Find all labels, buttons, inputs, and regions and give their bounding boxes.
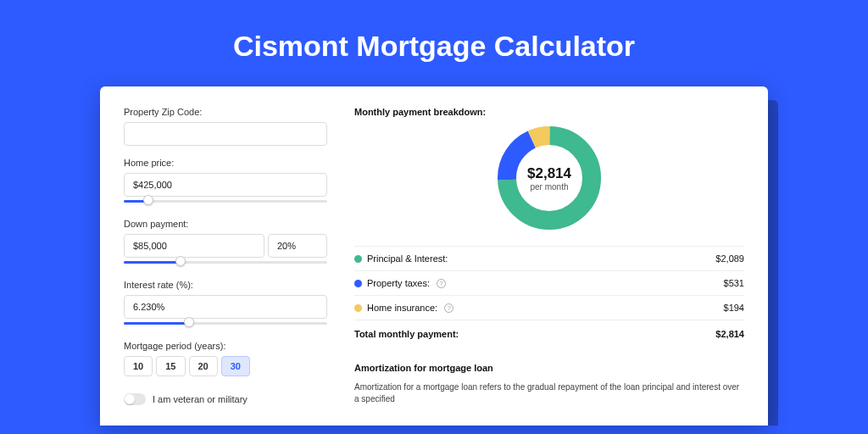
breakdown-value: $531 — [724, 278, 744, 288]
period-label: Mortgage period (years): — [124, 341, 327, 351]
period-option-30[interactable]: 30 — [221, 356, 250, 376]
legend-dot — [354, 304, 362, 312]
donut-amount: $2,814 — [527, 165, 571, 182]
slider-fill — [124, 322, 189, 325]
period-option-15[interactable]: 15 — [156, 356, 185, 376]
breakdown-row: Property taxes:?$531 — [354, 270, 744, 295]
breakdown-label: Home insurance: — [367, 303, 437, 313]
slider-track — [124, 200, 327, 203]
help-icon[interactable]: ? — [444, 303, 453, 313]
help-icon[interactable]: ? — [437, 279, 446, 288]
donut-sub: per month — [530, 182, 568, 192]
donut-chart: $2,814 per month — [354, 122, 744, 234]
veteran-toggle[interactable] — [124, 393, 146, 405]
breakdown-value: $194 — [724, 303, 744, 313]
slider-fill — [124, 261, 181, 264]
form-column: Property Zip Code: Home price: Down paym… — [124, 107, 327, 405]
breakdown-label: Property taxes: — [367, 278, 430, 288]
interest-rate-input[interactable] — [124, 295, 327, 319]
veteran-label: I am veteran or military — [153, 394, 248, 404]
down-payment-input[interactable] — [124, 234, 264, 258]
slider-thumb[interactable] — [143, 195, 153, 205]
period-option-10[interactable]: 10 — [124, 356, 153, 376]
breakdown-value: $2,089 — [715, 253, 744, 264]
slider-thumb[interactable] — [175, 256, 186, 266]
breakdown-row: Home insurance:?$194 — [354, 295, 744, 320]
breakdown-title: Monthly payment breakdown: — [354, 107, 744, 117]
period-option-20[interactable]: 20 — [189, 356, 218, 376]
interest-rate-slider[interactable] — [124, 320, 327, 329]
page-title: Cismont Mortgage Calculator — [0, 0, 868, 86]
interest-rate-label: Interest rate (%): — [124, 280, 327, 290]
breakdown-row: Principal & Interest:$2,089 — [354, 246, 744, 270]
period-options: 10152030 — [124, 356, 327, 376]
home-price-slider[interactable] — [124, 198, 327, 207]
amortization-text: Amortization for a mortgage loan refers … — [354, 381, 744, 405]
toggle-knob — [125, 394, 135, 404]
legend-dot — [354, 255, 362, 263]
breakdown-label: Principal & Interest: — [367, 253, 448, 264]
home-price-input[interactable] — [124, 173, 327, 197]
calculator-panel: Property Zip Code: Home price: Down paym… — [100, 86, 768, 426]
home-price-label: Home price: — [124, 158, 327, 168]
total-label: Total monthly payment: — [354, 329, 459, 339]
legend-dot — [354, 280, 362, 287]
slider-thumb[interactable] — [184, 317, 194, 327]
down-payment-pct-input[interactable] — [268, 234, 327, 258]
zip-label: Property Zip Code: — [124, 107, 327, 117]
amortization-title: Amortization for mortgage loan — [354, 363, 744, 373]
down-payment-slider[interactable] — [124, 259, 327, 268]
down-payment-label: Down payment: — [124, 219, 327, 229]
zip-input[interactable] — [124, 122, 327, 146]
breakdown-column: Monthly payment breakdown: $2,814 per mo… — [354, 107, 744, 405]
panel-shadow — [768, 100, 778, 426]
total-value: $2,814 — [715, 329, 744, 339]
